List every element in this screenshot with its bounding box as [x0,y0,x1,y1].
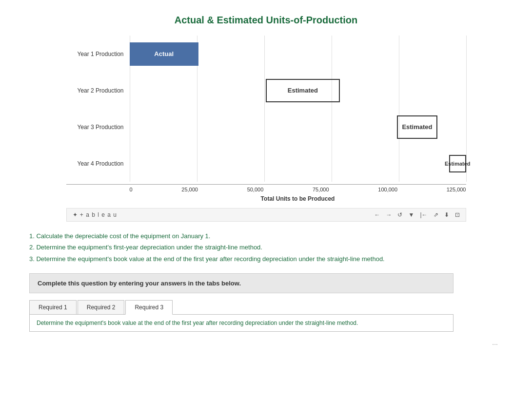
complete-text: Complete this question by entering your … [38,280,241,287]
nav-dropdown-icon[interactable]: ▼ [408,211,414,218]
tab-required1[interactable]: Required 1 [29,300,77,315]
bar-actual-year1: Actual [130,42,198,66]
nav-expand-icon[interactable]: ⊡ [455,211,460,218]
row-label-year2: Year 2 Production [66,87,130,94]
bottom-dots: ... [15,339,517,346]
tab-active-content: Determine the equipment's book value at … [37,320,358,326]
row-label-year4: Year 4 Production [66,160,130,167]
nav-back-icon[interactable]: ← [374,211,380,218]
bars-inner-year4: Estimated [130,145,466,182]
x-axis: 0 25,000 50,000 75,000 100,000 125,000 [66,184,466,192]
nav-forward-icon[interactable]: → [386,211,392,218]
x-label-5: 125,000 [447,187,466,192]
chart-rows: Year 1 Production Actual Year 2 Producti… [66,36,466,182]
row-label-year1: Year 1 Production [66,51,130,57]
bars-inner-year1: Actual [130,36,466,72]
bar-estimated-year4: Estimated [449,155,466,172]
tableau-nav-icons: ← → ↺ ▼ |← ⇗ ⬇ ⊡ [374,211,459,218]
nav-download-icon[interactable]: ⬇ [444,211,449,218]
chart-title: Actual & Estimated Units-of-Production [15,15,517,26]
chart-row-year3: Year 3 Production Estimated [66,109,466,145]
tabs-container: Required 1 Required 2 Required 3 Determi… [29,300,453,332]
nav-reload-icon[interactable]: ↺ [397,211,402,218]
tab-content: Determine the equipment's book value at … [29,314,453,332]
instruction-1: 1. Calculate the depreciable cost of the… [29,230,503,242]
x-axis-labels: 0 25,000 50,000 75,000 100,000 125,000 [130,185,466,192]
x-axis-title: Total Units to be Produced [66,195,466,202]
tab-required3[interactable]: Required 3 [125,300,173,315]
bar-estimated-year2: Estimated [266,79,340,102]
nav-share-icon[interactable]: ⇗ [433,211,438,218]
chart-row-year1: Year 1 Production Actual [66,36,466,72]
bars-inner-year2: Estimated [130,72,466,109]
x-label-1: 25,000 [181,187,198,192]
bar-estimated-year3: Estimated [397,115,437,139]
x-label-2: 50,000 [247,187,264,192]
complete-box: Complete this question by entering your … [29,273,453,293]
chart-row-year4: Year 4 Production Estimated [66,145,466,182]
tab-required2[interactable]: Required 2 [78,300,125,315]
chart-area: Year 1 Production Actual Year 2 Producti… [66,36,466,202]
tableau-logo: ✦ + a b l e a u [73,211,117,218]
instruction-2: 2. Determine the equipment's first-year … [29,242,503,253]
x-label-4: 100,000 [378,187,397,192]
chart-row-year2: Year 2 Production Estimated [66,72,466,109]
page-container: Actual & Estimated Units-of-Production Y… [0,0,532,416]
tabs: Required 1 Required 2 Required 3 [29,300,453,315]
nav-first-icon[interactable]: |← [420,211,427,218]
instructions: 1. Calculate the depreciable cost of the… [29,230,503,265]
bars-inner-year3: Estimated [130,109,466,145]
row-label-year3: Year 3 Production [66,124,130,131]
x-label-0: 0 [130,187,133,192]
x-label-3: 75,000 [313,187,329,192]
tableau-bar: ✦ + a b l e a u ← → ↺ ▼ |← ⇗ ⬇ ⊡ [66,208,466,222]
instruction-3: 3. Determine the equipment's book value … [29,253,503,265]
